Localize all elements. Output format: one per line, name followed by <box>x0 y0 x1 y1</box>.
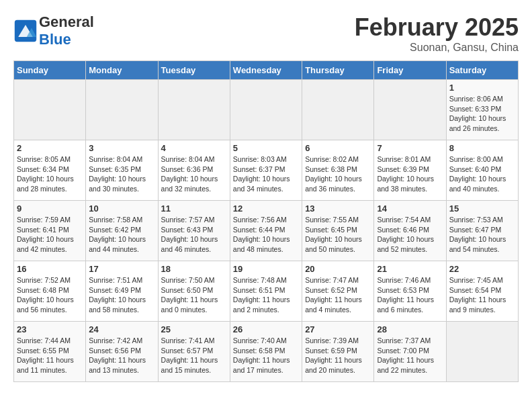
calendar-day-cell: 6Sunrise: 8:02 AM Sunset: 6:38 PM Daylig… <box>302 140 374 201</box>
day-info: Sunrise: 7:50 AM Sunset: 6:50 PM Dayligh… <box>161 275 227 315</box>
day-number: 23 <box>17 324 83 334</box>
day-info: Sunrise: 8:00 AM Sunset: 6:40 PM Dayligh… <box>449 154 515 194</box>
calendar-day-cell <box>158 80 230 140</box>
day-number: 17 <box>89 264 154 274</box>
weekday-header: Tuesday <box>158 61 230 80</box>
calendar-day-cell: 21Sunrise: 7:46 AM Sunset: 6:53 PM Dayli… <box>374 261 446 322</box>
day-info: Sunrise: 7:42 AM Sunset: 6:56 PM Dayligh… <box>89 336 154 375</box>
calendar-day-cell: 8Sunrise: 8:00 AM Sunset: 6:40 PM Daylig… <box>446 140 518 201</box>
calendar-day-cell: 24Sunrise: 7:42 AM Sunset: 6:56 PM Dayli… <box>86 322 158 382</box>
logo-blue-text: Blue <box>39 31 71 48</box>
day-info: Sunrise: 8:01 AM Sunset: 6:39 PM Dayligh… <box>377 154 443 194</box>
calendar-subtitle: Suonan, Gansu, China <box>355 42 519 54</box>
day-number: 10 <box>89 203 154 214</box>
day-number: 12 <box>233 203 299 214</box>
calendar-day-cell <box>230 80 302 140</box>
logo-general-text: General <box>39 13 94 30</box>
logo: General Blue <box>13 13 94 48</box>
day-info: Sunrise: 8:02 AM Sunset: 6:38 PM Dayligh… <box>305 154 371 194</box>
calendar-day-cell: 18Sunrise: 7:50 AM Sunset: 6:50 PM Dayli… <box>158 261 230 322</box>
calendar-day-cell: 7Sunrise: 8:01 AM Sunset: 6:39 PM Daylig… <box>374 140 446 201</box>
day-info: Sunrise: 7:48 AM Sunset: 6:51 PM Dayligh… <box>233 275 299 315</box>
calendar-day-cell: 26Sunrise: 7:40 AM Sunset: 6:58 PM Dayli… <box>230 322 302 382</box>
day-number: 4 <box>161 143 227 153</box>
weekday-header: Thursday <box>302 61 374 80</box>
calendar-day-cell <box>14 80 86 140</box>
calendar-day-cell: 5Sunrise: 8:03 AM Sunset: 6:37 PM Daylig… <box>230 140 302 201</box>
day-number: 26 <box>233 324 299 334</box>
day-info: Sunrise: 8:04 AM Sunset: 6:36 PM Dayligh… <box>161 154 227 194</box>
calendar-day-cell: 27Sunrise: 7:39 AM Sunset: 6:59 PM Dayli… <box>302 322 374 382</box>
calendar-day-cell: 16Sunrise: 7:52 AM Sunset: 6:48 PM Dayli… <box>14 261 86 322</box>
calendar-table: SundayMondayTuesdayWednesdayThursdayFrid… <box>13 60 519 382</box>
day-info: Sunrise: 7:40 AM Sunset: 6:58 PM Dayligh… <box>233 336 299 375</box>
day-info: Sunrise: 8:04 AM Sunset: 6:35 PM Dayligh… <box>89 154 154 194</box>
day-number: 14 <box>377 203 443 214</box>
calendar-day-cell <box>374 80 446 140</box>
calendar-day-cell: 11Sunrise: 7:57 AM Sunset: 6:43 PM Dayli… <box>158 201 230 261</box>
calendar-day-cell: 2Sunrise: 8:05 AM Sunset: 6:34 PM Daylig… <box>14 140 86 201</box>
calendar-title: February 2025 <box>355 13 519 42</box>
day-number: 25 <box>161 324 227 334</box>
day-number: 16 <box>17 264 83 274</box>
day-info: Sunrise: 7:47 AM Sunset: 6:52 PM Dayligh… <box>305 275 371 315</box>
calendar-day-cell <box>302 80 374 140</box>
calendar-week-row: 9Sunrise: 7:59 AM Sunset: 6:41 PM Daylig… <box>14 201 519 261</box>
day-info: Sunrise: 7:37 AM Sunset: 7:00 PM Dayligh… <box>377 336 443 375</box>
calendar-day-cell <box>446 322 518 382</box>
calendar-day-cell: 28Sunrise: 7:37 AM Sunset: 7:00 PM Dayli… <box>374 322 446 382</box>
calendar-day-cell: 19Sunrise: 7:48 AM Sunset: 6:51 PM Dayli… <box>230 261 302 322</box>
day-number: 27 <box>305 324 371 334</box>
calendar-day-cell: 20Sunrise: 7:47 AM Sunset: 6:52 PM Dayli… <box>302 261 374 322</box>
day-info: Sunrise: 7:41 AM Sunset: 6:57 PM Dayligh… <box>161 336 227 375</box>
weekday-header: Friday <box>374 61 446 80</box>
calendar-week-row: 2Sunrise: 8:05 AM Sunset: 6:34 PM Daylig… <box>14 140 519 201</box>
day-info: Sunrise: 7:57 AM Sunset: 6:43 PM Dayligh… <box>161 215 227 255</box>
calendar-day-cell: 3Sunrise: 8:04 AM Sunset: 6:35 PM Daylig… <box>86 140 158 201</box>
weekday-header: Saturday <box>446 61 518 80</box>
day-info: Sunrise: 7:55 AM Sunset: 6:45 PM Dayligh… <box>305 215 371 255</box>
day-info: Sunrise: 7:44 AM Sunset: 6:55 PM Dayligh… <box>17 336 83 375</box>
day-info: Sunrise: 7:56 AM Sunset: 6:44 PM Dayligh… <box>233 215 299 255</box>
day-number: 5 <box>233 143 299 153</box>
calendar-day-cell: 13Sunrise: 7:55 AM Sunset: 6:45 PM Dayli… <box>302 201 374 261</box>
weekday-header: Monday <box>86 61 158 80</box>
day-number: 24 <box>89 324 154 334</box>
day-number: 6 <box>305 143 371 153</box>
day-info: Sunrise: 7:54 AM Sunset: 6:46 PM Dayligh… <box>377 215 443 255</box>
day-number: 13 <box>305 203 371 214</box>
day-info: Sunrise: 7:52 AM Sunset: 6:48 PM Dayligh… <box>17 275 83 315</box>
day-info: Sunrise: 8:05 AM Sunset: 6:34 PM Dayligh… <box>17 154 83 194</box>
day-number: 15 <box>449 203 515 214</box>
calendar-day-cell: 1Sunrise: 8:06 AM Sunset: 6:33 PM Daylig… <box>446 80 518 140</box>
day-number: 1 <box>449 83 515 93</box>
day-number: 3 <box>89 143 154 153</box>
calendar-day-cell: 4Sunrise: 8:04 AM Sunset: 6:36 PM Daylig… <box>158 140 230 201</box>
calendar-day-cell: 17Sunrise: 7:51 AM Sunset: 6:49 PM Dayli… <box>86 261 158 322</box>
day-number: 20 <box>305 264 371 274</box>
weekday-header: Sunday <box>14 61 86 80</box>
day-info: Sunrise: 8:03 AM Sunset: 6:37 PM Dayligh… <box>233 154 299 194</box>
title-block: February 2025 Suonan, Gansu, China <box>355 13 519 54</box>
day-number: 9 <box>17 203 83 214</box>
calendar-day-cell: 25Sunrise: 7:41 AM Sunset: 6:57 PM Dayli… <box>158 322 230 382</box>
day-number: 19 <box>233 264 299 274</box>
day-info: Sunrise: 7:39 AM Sunset: 6:59 PM Dayligh… <box>305 336 371 375</box>
day-number: 22 <box>449 264 515 274</box>
day-info: Sunrise: 7:53 AM Sunset: 6:47 PM Dayligh… <box>449 215 515 255</box>
calendar-day-cell: 22Sunrise: 7:45 AM Sunset: 6:54 PM Dayli… <box>446 261 518 322</box>
calendar-day-cell: 15Sunrise: 7:53 AM Sunset: 6:47 PM Dayli… <box>446 201 518 261</box>
day-number: 28 <box>377 324 443 334</box>
day-number: 2 <box>17 143 83 153</box>
calendar-week-row: 16Sunrise: 7:52 AM Sunset: 6:48 PM Dayli… <box>14 261 519 322</box>
calendar-day-cell: 10Sunrise: 7:58 AM Sunset: 6:42 PM Dayli… <box>86 201 158 261</box>
calendar-day-cell: 14Sunrise: 7:54 AM Sunset: 6:46 PM Dayli… <box>374 201 446 261</box>
calendar-day-cell: 23Sunrise: 7:44 AM Sunset: 6:55 PM Dayli… <box>14 322 86 382</box>
weekday-header-row: SundayMondayTuesdayWednesdayThursdayFrid… <box>14 61 519 80</box>
day-info: Sunrise: 7:58 AM Sunset: 6:42 PM Dayligh… <box>89 215 154 255</box>
day-number: 11 <box>161 203 227 214</box>
day-number: 8 <box>449 143 515 153</box>
day-info: Sunrise: 7:51 AM Sunset: 6:49 PM Dayligh… <box>89 275 154 315</box>
calendar-week-row: 23Sunrise: 7:44 AM Sunset: 6:55 PM Dayli… <box>14 322 519 382</box>
day-info: Sunrise: 7:46 AM Sunset: 6:53 PM Dayligh… <box>377 275 443 315</box>
